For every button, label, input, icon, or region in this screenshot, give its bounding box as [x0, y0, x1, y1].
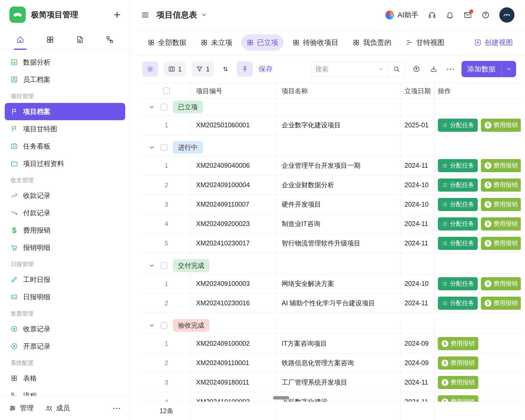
expense-button[interactable]: $费用报销: [481, 119, 521, 132]
sidebar-item-daily-report[interactable]: 工时日报: [5, 271, 125, 288]
sidebar-item-project-files[interactable]: 项目档案: [5, 103, 125, 120]
expense-button[interactable]: $费用报销: [481, 277, 521, 290]
sidebar-tab-tables[interactable]: [41, 29, 60, 50]
group-checkbox[interactable]: [161, 104, 167, 111]
expense-button[interactable]: $费用报销: [481, 178, 521, 192]
table-row[interactable]: 3 XM202409110007 硬件开发项目 2024-10 分配任务 $费用…: [142, 195, 521, 214]
group-header[interactable]: 验收完成: [142, 317, 521, 334]
notifications-button[interactable]: [446, 11, 454, 19]
save-button[interactable]: 保存: [259, 64, 273, 74]
assign-task-button[interactable]: 分配任务: [438, 217, 478, 230]
add-data-dropdown[interactable]: [501, 61, 516, 77]
table-row[interactable]: 3 XM202409180011 工厂管理系统开发项目 2024-11 $费用报…: [142, 373, 521, 392]
assign-task-button[interactable]: 分配任务: [438, 159, 478, 172]
expense-button[interactable]: $费用报销: [481, 237, 521, 250]
expense-button[interactable]: $费用报销: [438, 356, 478, 370]
view-tab-initiated[interactable]: 已立项: [241, 34, 284, 51]
search-box[interactable]: 搜索: [311, 61, 405, 77]
horizontal-scrollbar[interactable]: [273, 396, 289, 400]
column-header-code[interactable]: 项目编号: [191, 83, 276, 98]
view-tab-not-initiated[interactable]: 未立项: [195, 34, 238, 51]
expense-button[interactable]: $费用报销: [481, 297, 521, 310]
sidebar-item-data-analysis[interactable]: 数据分析: [5, 54, 125, 71]
chevron-down-icon[interactable]: [378, 66, 384, 72]
fields-config-button[interactable]: 1: [164, 61, 186, 77]
assign-task-button[interactable]: 分配任务: [438, 119, 478, 132]
collapse-group-icon[interactable]: [148, 103, 155, 111]
group-checkbox[interactable]: [161, 262, 167, 269]
group-checkbox[interactable]: [161, 322, 167, 329]
table-row[interactable]: 1 XM202409100002 IT方案咨询项目 2024-09 $费用报销: [142, 334, 521, 353]
view-tab-all-data[interactable]: 全部数据: [142, 34, 192, 51]
table-row[interactable]: 1 XM202409040006 企业管理平台开发项目一期 2024-11 分配…: [142, 156, 521, 175]
collapse-group-icon[interactable]: [148, 144, 155, 151]
search-input[interactable]: 搜索: [311, 65, 388, 74]
assign-task-button[interactable]: 分配任务: [438, 198, 478, 211]
collapse-group-icon[interactable]: [148, 262, 155, 269]
assign-task-button[interactable]: 分配任务: [438, 277, 478, 290]
table-row[interactable]: 1 XM202409100003 网络安全解决方案 2024-10 分配任务 $…: [142, 274, 521, 293]
support-button[interactable]: [428, 11, 436, 19]
expense-button[interactable]: $费用报销: [481, 198, 521, 211]
filter-button[interactable]: 1: [192, 61, 214, 77]
sort-button[interactable]: [220, 61, 231, 77]
sidebar-item-invoice-issued[interactable]: 开票记录: [5, 338, 125, 355]
view-tab-gantt[interactable]: 甘特视图: [400, 34, 450, 51]
expense-button[interactable]: $费用报销: [481, 159, 521, 172]
column-header-name[interactable]: 项目名称: [276, 83, 401, 98]
column-header-ops[interactable]: 操作: [434, 83, 521, 98]
sidebar-item-project-gantt[interactable]: 项目甘特图: [5, 120, 125, 138]
expense-button[interactable]: $费用报销: [481, 217, 521, 230]
inbox-button[interactable]: [464, 11, 472, 19]
sidebar-item-task-board[interactable]: 任务看板: [5, 138, 125, 155]
expense-button[interactable]: $费用报销: [438, 337, 478, 350]
column-header-date[interactable]: 立项日期: [401, 83, 434, 98]
view-settings-button[interactable]: [142, 61, 158, 77]
sidebar-item-invoice-received[interactable]: 收票记录: [5, 320, 125, 338]
group-header[interactable]: 交付完成: [142, 257, 521, 274]
table-row[interactable]: 2 XM202410230016 AI 辅助个性化学习平台建设项目 2024-1…: [142, 293, 521, 313]
toolbar-more-button[interactable]: ⋯: [445, 64, 456, 74]
manage-button[interactable]: 管理: [9, 403, 34, 413]
table-row[interactable]: 5 XM202410230017 智行物流管理软件升级项目 2024-11 分配…: [142, 234, 521, 253]
search-submit-button[interactable]: [388, 62, 405, 76]
sidebar-item-employee-files[interactable]: 员工档案: [5, 71, 125, 88]
avatar[interactable]: [499, 7, 514, 23]
assign-task-button[interactable]: 分配任务: [438, 297, 478, 310]
import-button[interactable]: [411, 61, 422, 77]
sidebar-item-project-docs[interactable]: 项目过程资料: [5, 155, 125, 172]
sidebar-item-tables[interactable]: 表格: [5, 370, 125, 387]
sidebar-tab-home[interactable]: [11, 29, 30, 50]
sidebar-tab-flows[interactable]: [100, 29, 119, 50]
export-button[interactable]: [428, 61, 439, 77]
table-row[interactable]: 2 XM202409100004 企业业财数据分析 2024-10 分配任务 $…: [142, 175, 521, 195]
view-tab-pending-acceptance[interactable]: 待验收项目: [287, 34, 344, 51]
help-button[interactable]: [481, 11, 490, 19]
sidebar-item-expense[interactable]: $费用报销: [5, 222, 125, 239]
table-row[interactable]: 4 XM202409200023 制造业IT咨询 2024-11 分配任务 $费…: [142, 214, 521, 234]
create-view-button[interactable]: 创建视图: [474, 38, 513, 47]
group-checkbox[interactable]: [161, 144, 167, 151]
assign-task-button[interactable]: 分配任务: [438, 237, 478, 250]
sidebar-item-daily-details[interactable]: 日报明细: [5, 288, 125, 306]
menu-toggle-button[interactable]: [141, 10, 150, 19]
group-header[interactable]: 进行中: [142, 139, 521, 156]
add-data-button[interactable]: 添加数据: [461, 61, 516, 77]
ai-assistant-button[interactable]: AI助手: [385, 10, 418, 20]
sidebar-tab-docs[interactable]: [70, 29, 89, 50]
assign-task-button[interactable]: 分配任务: [438, 178, 478, 192]
expense-button[interactable]: $费用报销: [438, 376, 478, 389]
pin-button[interactable]: [237, 61, 253, 77]
sidebar-item-receipts[interactable]: 收款记录: [5, 187, 125, 204]
sidebar-item-expense-details[interactable]: 报销明细: [5, 239, 125, 256]
sidebar-item-payments[interactable]: 付款记录: [5, 204, 125, 222]
select-all-checkbox[interactable]: [163, 87, 170, 94]
sidebar-more-button[interactable]: ⋯: [113, 403, 121, 413]
sidebar-item-flows[interactable]: 流程: [5, 387, 125, 396]
add-app-button[interactable]: +: [114, 9, 120, 20]
members-button[interactable]: 成员: [45, 403, 70, 413]
group-header[interactable]: 已立项: [142, 99, 521, 116]
collapse-group-icon[interactable]: [148, 322, 155, 329]
table-row[interactable]: 2 XM202409110001 铁路信息化管理方案咨询 2024-09 $费用…: [142, 353, 521, 373]
table-row[interactable]: 1 XM202501060001 企业数字化建设项目 2025-01 分配任务 …: [142, 116, 521, 135]
